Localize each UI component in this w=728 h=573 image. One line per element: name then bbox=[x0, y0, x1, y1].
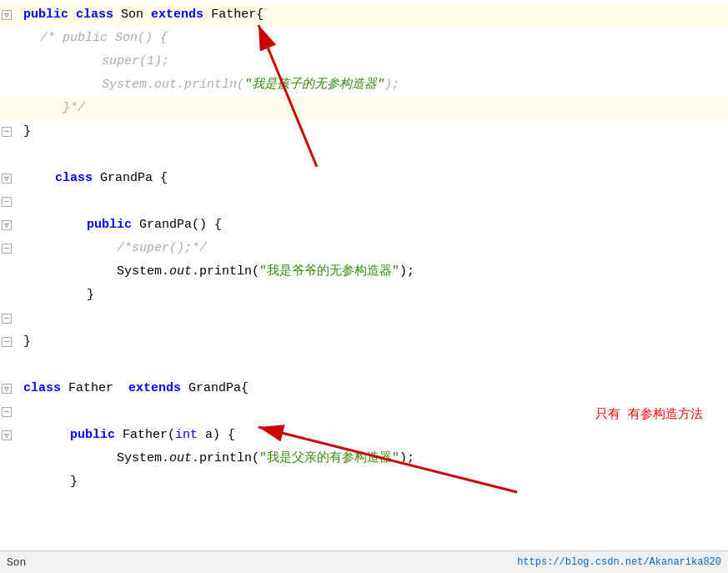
gutter-12 bbox=[0, 260, 23, 284]
gutter-8: ▽ bbox=[0, 167, 23, 190]
gutter-7 bbox=[0, 143, 23, 167]
code-line-1: ▽ public class Son extends Father{ bbox=[0, 3, 728, 27]
gutter-3 bbox=[0, 50, 23, 73]
gutter-20 bbox=[0, 447, 23, 470]
code-line-5: }*/ bbox=[0, 97, 728, 120]
gutter-16 bbox=[0, 354, 23, 377]
annotation-text: 只有 有参构造方法 bbox=[595, 406, 703, 422]
code-line-7 bbox=[0, 143, 728, 167]
code-line-16 bbox=[0, 354, 728, 377]
code-line-2: /* public Son() { bbox=[0, 27, 728, 50]
gutter-5 bbox=[0, 97, 23, 120]
gutter-10: ▽ bbox=[0, 214, 23, 237]
code-line-19: ▽ public Father(int a) { bbox=[0, 424, 728, 447]
gutter-17: ▽ bbox=[0, 377, 23, 400]
code-line-3: super(1); bbox=[0, 50, 728, 73]
code-line-13: } bbox=[0, 284, 728, 307]
line-content-11: /*super();*/ bbox=[57, 237, 728, 260]
code-line-14: — bbox=[0, 307, 728, 330]
line-content-4: System.out.println("我是孩子的无参构造器"); bbox=[57, 73, 728, 97]
line-content-10: public GrandPa() { bbox=[57, 214, 728, 237]
line-content-21: } bbox=[40, 470, 728, 494]
line-content-20: System.out.println("我是父亲的有参构造器"); bbox=[57, 447, 728, 470]
gutter-22 bbox=[0, 494, 23, 517]
fold-arrow-19[interactable]: ▽ bbox=[2, 430, 12, 440]
gutter-6: — bbox=[0, 120, 23, 143]
editor-area: ▽ public class Son extends Father{ /* pu… bbox=[0, 0, 728, 550]
fold-arrow-11[interactable]: — bbox=[2, 244, 12, 254]
line-content-22 bbox=[23, 494, 728, 517]
line-content-8: class GrandPa { bbox=[40, 167, 728, 190]
code-line-6: — } bbox=[0, 120, 728, 143]
code-line-4: System.out.println("我是孩子的无参构造器"); bbox=[0, 73, 728, 97]
line-content-7 bbox=[23, 143, 728, 167]
code-line-12: System.out.println("我是爷爷的无参构造器"); bbox=[0, 260, 728, 284]
line-content-19: public Father(int a) { bbox=[40, 424, 728, 447]
gutter-9: — bbox=[0, 190, 23, 214]
line-content-1: public class Son extends Father{ bbox=[23, 3, 728, 27]
line-content-17: class Father extends GrandPa{ bbox=[23, 377, 728, 400]
gutter-1: ▽ bbox=[0, 3, 23, 27]
line-content-3: super(1); bbox=[57, 50, 728, 73]
code-line-10: ▽ public GrandPa() { bbox=[0, 214, 728, 237]
fold-arrow-8[interactable]: ▽ bbox=[2, 173, 12, 183]
code-container: ▽ public class Son extends Father{ /* pu… bbox=[0, 0, 728, 520]
code-line-9: — bbox=[0, 190, 728, 214]
line-content-16 bbox=[23, 354, 728, 377]
fold-arrow-6[interactable]: — bbox=[2, 127, 12, 137]
code-line-22 bbox=[0, 494, 728, 517]
status-file-label: Son bbox=[7, 556, 26, 569]
fold-arrow-18[interactable]: — bbox=[2, 407, 12, 417]
line-content-9 bbox=[23, 190, 728, 214]
gutter-11: — bbox=[0, 237, 23, 260]
code-line-20: System.out.println("我是父亲的有参构造器"); bbox=[0, 447, 728, 470]
code-line-8: ▽ class GrandPa { bbox=[0, 167, 728, 190]
code-line-17: ▽ class Father extends GrandPa{ bbox=[0, 377, 728, 400]
line-content-6: } bbox=[23, 120, 728, 143]
fold-arrow-14[interactable]: — bbox=[2, 314, 12, 324]
gutter-2 bbox=[0, 27, 23, 50]
gutter-14: — bbox=[0, 307, 23, 330]
line-content-15: } bbox=[23, 330, 728, 354]
code-line-21: } bbox=[0, 470, 728, 494]
status-url-label: https://blog.csdn.net/Akanarika820 bbox=[517, 556, 721, 568]
line-content-14 bbox=[23, 307, 728, 330]
line-content-12: System.out.println("我是爷爷的无参构造器"); bbox=[57, 260, 728, 284]
fold-arrow-1[interactable]: ▽ bbox=[2, 10, 12, 20]
line-content-2: /* public Son() { bbox=[40, 27, 728, 50]
status-bar: Son https://blog.csdn.net/Akanarika820 bbox=[0, 550, 728, 573]
fold-arrow-17[interactable]: ▽ bbox=[2, 384, 12, 394]
gutter-13 bbox=[0, 284, 23, 307]
gutter-4 bbox=[0, 73, 23, 97]
line-content-5: }*/ bbox=[40, 97, 728, 120]
gutter-18: — bbox=[0, 400, 23, 424]
gutter-15: — bbox=[0, 330, 23, 354]
fold-arrow-15[interactable]: — bbox=[2, 337, 12, 347]
gutter-19: ▽ bbox=[0, 424, 23, 447]
fold-arrow-9[interactable]: — bbox=[2, 197, 12, 207]
fold-arrow-10[interactable]: ▽ bbox=[2, 220, 12, 230]
gutter-21 bbox=[0, 470, 23, 494]
code-line-15: — } bbox=[0, 330, 728, 354]
line-content-13: } bbox=[57, 284, 728, 307]
code-line-11: — /*super();*/ bbox=[0, 237, 728, 260]
